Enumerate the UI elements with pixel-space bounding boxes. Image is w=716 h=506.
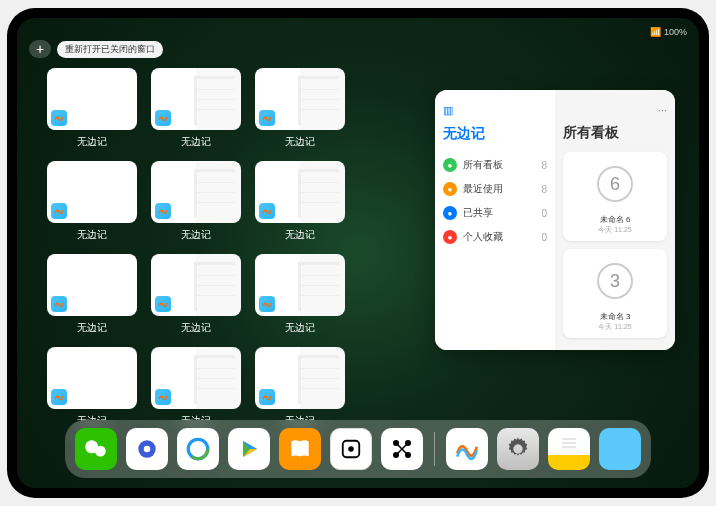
status-bar: 📶 100%	[17, 24, 699, 40]
board-digit: 6	[597, 166, 633, 202]
sidebar-item-count: 0	[541, 208, 547, 219]
window-label: 无边记	[77, 135, 107, 149]
app-window[interactable]: 无边记	[47, 254, 137, 335]
board-card[interactable]: 6未命名 6今天 11:25	[563, 152, 667, 241]
panel-sidebar: ▥ 无边记 ●所有看板8●最近使用8●已共享0●个人收藏0	[435, 90, 555, 350]
app-window[interactable]: 无边记	[255, 161, 345, 242]
battery-label: 100%	[664, 27, 687, 37]
category-icon: ●	[443, 158, 457, 172]
window-thumbnail[interactable]	[47, 347, 137, 409]
new-window-button[interactable]: +	[29, 40, 51, 58]
board-thumbnail: 6	[569, 158, 661, 210]
board-thumbnail: 3	[569, 255, 661, 307]
board-card[interactable]: 3未命名 3今天 11:25	[563, 249, 667, 338]
panel-right-title: 所有看板	[563, 124, 667, 142]
window-label: 无边记	[77, 228, 107, 242]
sidebar-item-label: 个人收藏	[463, 230, 503, 244]
window-label: 无边记	[285, 321, 315, 335]
sidebar-item[interactable]: ●个人收藏0	[443, 225, 547, 249]
window-label: 无边记	[77, 321, 107, 335]
dock-app-freeform[interactable]	[446, 428, 488, 470]
freeform-icon	[51, 389, 67, 405]
app-window[interactable]: 无边记	[47, 68, 137, 149]
sidebar-item[interactable]: ●最近使用8	[443, 177, 547, 201]
dock-app-app-library[interactable]	[599, 428, 641, 470]
window-thumbnail[interactable]	[151, 161, 241, 223]
category-icon: ●	[443, 230, 457, 244]
wifi-icon: 📶	[650, 27, 661, 37]
sidebar-item-count: 0	[541, 232, 547, 243]
window-thumbnail[interactable]	[47, 254, 137, 316]
window-thumbnail[interactable]	[255, 161, 345, 223]
sidebar-icon[interactable]: ▥	[443, 104, 453, 117]
app-window[interactable]: 无边记	[151, 68, 241, 149]
window-label: 无边记	[181, 321, 211, 335]
board-date: 今天 11:25	[598, 322, 631, 332]
dock-app-nodes[interactable]	[381, 428, 423, 470]
freeform-icon	[259, 296, 275, 312]
app-window[interactable]: 无边记	[255, 68, 345, 149]
more-icon[interactable]: ···	[658, 104, 667, 116]
panel-left-title: 无边记	[443, 125, 547, 143]
reopen-closed-window-button[interactable]: 重新打开已关闭的窗口	[57, 41, 163, 58]
dock-app-notes[interactable]	[548, 428, 590, 470]
app-switcher-grid: 无边记无边记无边记无边记无边记无边记无边记无边记无边记无边记无边记无边记	[47, 68, 449, 428]
board-name: 未命名 6	[600, 214, 631, 225]
sidebar-item-label: 所有看板	[463, 158, 503, 172]
sidebar-item[interactable]: ●所有看板8	[443, 153, 547, 177]
dock	[65, 420, 651, 478]
dock-app-dice[interactable]	[330, 428, 372, 470]
svg-point-7	[348, 446, 354, 452]
board-date: 今天 11:25	[598, 225, 631, 235]
freeform-icon	[51, 296, 67, 312]
app-window[interactable]: 无边记	[255, 347, 345, 428]
app-window[interactable]: 无边记	[47, 161, 137, 242]
board-digit: 3	[597, 263, 633, 299]
window-thumbnail[interactable]	[151, 347, 241, 409]
svg-point-3	[144, 446, 151, 453]
window-thumbnail[interactable]	[151, 68, 241, 130]
dock-app-settings[interactable]	[497, 428, 539, 470]
app-window[interactable]: 无边记	[151, 254, 241, 335]
category-icon: ●	[443, 182, 457, 196]
freeform-icon	[51, 203, 67, 219]
freeform-icon	[155, 296, 171, 312]
category-icon: ●	[443, 206, 457, 220]
freeform-panel[interactable]: ▥ 无边记 ●所有看板8●最近使用8●已共享0●个人收藏0 ··· 所有看板 6…	[435, 90, 675, 350]
window-label: 无边记	[181, 228, 211, 242]
dock-app-play[interactable]	[228, 428, 270, 470]
window-thumbnail[interactable]	[151, 254, 241, 316]
screen: 📶 100% + 重新打开已关闭的窗口 无边记无边记无边记无边记无边记无边记无边…	[17, 18, 699, 488]
window-thumbnail[interactable]	[255, 68, 345, 130]
sidebar-item-count: 8	[541, 184, 547, 195]
app-window[interactable]: 无边记	[151, 161, 241, 242]
dock-app-books[interactable]	[279, 428, 321, 470]
dock-app-qqbrowser[interactable]	[177, 428, 219, 470]
window-label: 无边记	[181, 135, 211, 149]
freeform-icon	[155, 110, 171, 126]
sidebar-item-label: 最近使用	[463, 182, 503, 196]
freeform-icon	[259, 389, 275, 405]
dock-app-quark[interactable]	[126, 428, 168, 470]
window-label: 无边记	[285, 135, 315, 149]
window-thumbnail[interactable]	[47, 68, 137, 130]
freeform-icon	[259, 203, 275, 219]
ipad-frame: 📶 100% + 重新打开已关闭的窗口 无边记无边记无边记无边记无边记无边记无边…	[7, 8, 709, 498]
app-window[interactable]: 无边记	[151, 347, 241, 428]
sidebar-item-count: 8	[541, 160, 547, 171]
freeform-icon	[155, 203, 171, 219]
app-window[interactable]: 无边记	[47, 347, 137, 428]
window-thumbnail[interactable]	[255, 347, 345, 409]
dock-separator	[434, 432, 435, 466]
dock-app-wechat[interactable]	[75, 428, 117, 470]
window-label: 无边记	[285, 228, 315, 242]
freeform-icon	[155, 389, 171, 405]
sidebar-item[interactable]: ●已共享0	[443, 201, 547, 225]
status-battery: 📶 100%	[650, 27, 687, 37]
freeform-icon	[51, 110, 67, 126]
window-thumbnail[interactable]	[255, 254, 345, 316]
freeform-icon	[259, 110, 275, 126]
window-thumbnail[interactable]	[47, 161, 137, 223]
sidebar-item-label: 已共享	[463, 206, 493, 220]
app-window[interactable]: 无边记	[255, 254, 345, 335]
